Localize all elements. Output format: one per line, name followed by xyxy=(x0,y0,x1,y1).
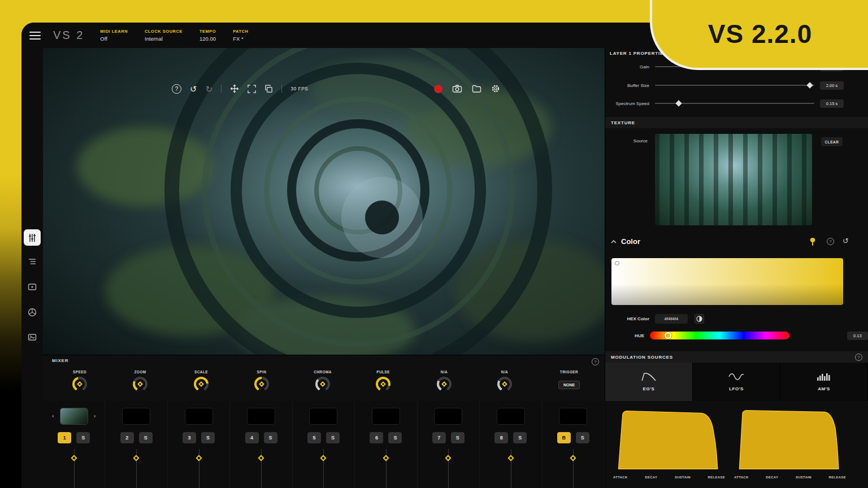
channel-select-button[interactable]: 7 xyxy=(432,432,446,443)
channel-thumbnail[interactable] xyxy=(122,408,150,425)
scale-knob[interactable] xyxy=(194,377,209,391)
na-knob[interactable] xyxy=(497,377,512,391)
channel-solo-button[interactable]: S xyxy=(326,432,340,443)
tempo-control[interactable]: TEMPO 120.00 xyxy=(199,29,216,42)
channel-fader[interactable] xyxy=(70,449,78,488)
hue-value[interactable]: 0.13 xyxy=(847,332,868,340)
sidebar-item-layers[interactable] xyxy=(27,256,37,267)
channel-solo-button[interactable]: S xyxy=(264,432,277,443)
pulse-knob[interactable] xyxy=(376,377,390,391)
settings-gear-icon[interactable] xyxy=(491,84,500,93)
channel-fader[interactable] xyxy=(444,449,452,488)
hue-thumb[interactable] xyxy=(665,332,671,339)
fader-handle[interactable] xyxy=(383,455,389,461)
channel-thumbnail[interactable] xyxy=(185,408,213,425)
picker-marker[interactable] xyxy=(615,261,619,265)
color-help-icon[interactable]: ? xyxy=(827,238,834,245)
undo-icon[interactable]: ↺ xyxy=(190,85,197,93)
channel-select-button[interactable]: 1 xyxy=(58,432,71,443)
hex-color-input[interactable] xyxy=(655,314,688,324)
fader-handle[interactable] xyxy=(507,455,514,461)
record-button[interactable] xyxy=(434,85,442,93)
texture-source-thumbnail[interactable] xyxy=(655,134,812,225)
channel-fader[interactable] xyxy=(195,449,203,488)
mixer-help-icon[interactable]: ? xyxy=(592,358,599,365)
folder-icon[interactable] xyxy=(472,85,481,93)
channel-solo-button[interactable]: S xyxy=(576,432,589,443)
channel-solo-button[interactable]: S xyxy=(76,432,90,443)
channel-select-button[interactable]: 3 xyxy=(183,432,196,443)
clock-source-control[interactable]: CLOCK SOURCE Internal xyxy=(145,29,183,42)
channel-fader[interactable] xyxy=(569,449,577,488)
fader-handle[interactable] xyxy=(71,455,77,461)
channel-fader[interactable] xyxy=(382,449,390,488)
channel-solo-button[interactable]: S xyxy=(513,432,527,443)
trigger-none-button[interactable]: NONE xyxy=(558,381,580,389)
channel-thumbnail[interactable] xyxy=(309,408,337,425)
channel-select-button[interactable]: 4 xyxy=(245,432,259,443)
channel-thumbnail[interactable] xyxy=(247,408,275,425)
channel-solo-button[interactable]: S xyxy=(388,432,402,443)
visual-canvas[interactable]: ? ↺ ↻ 30 FPS xyxy=(43,48,605,355)
na-knob[interactable] xyxy=(437,377,452,391)
sidebar-item-color[interactable] xyxy=(27,307,37,317)
channel-select-button[interactable]: 2 xyxy=(120,432,134,443)
menu-icon[interactable] xyxy=(29,32,41,40)
tab-egs[interactable]: EG'S xyxy=(605,363,693,401)
slider-thumb[interactable] xyxy=(676,100,682,106)
help-icon[interactable]: ? xyxy=(172,84,181,94)
channel-solo-button[interactable]: S xyxy=(451,432,465,443)
channel-fader[interactable] xyxy=(507,449,515,488)
channel-solo-button[interactable]: S xyxy=(139,432,153,443)
slider-thumb[interactable] xyxy=(806,82,813,88)
fader-handle[interactable] xyxy=(445,455,452,461)
fader-handle[interactable] xyxy=(570,455,576,461)
adsr-envelope[interactable] xyxy=(613,408,726,471)
saturation-brightness-picker[interactable] xyxy=(611,258,843,305)
buffer-size-value[interactable]: 2.00 s xyxy=(820,81,844,90)
spectrum-speed-slider[interactable] xyxy=(655,103,814,104)
fader-handle[interactable] xyxy=(320,455,327,461)
spin-knob[interactable] xyxy=(254,377,269,391)
zoom-knob[interactable] xyxy=(133,377,147,391)
color-reset-icon[interactable]: ↺ xyxy=(843,237,849,245)
chevron-up-icon[interactable] xyxy=(611,240,617,243)
chroma-knob[interactable] xyxy=(315,377,330,391)
channel-fader[interactable] xyxy=(319,449,327,488)
hue-slider[interactable] xyxy=(650,332,789,339)
sidebar-item-image[interactable] xyxy=(27,332,37,342)
next-clip-icon[interactable]: › xyxy=(94,412,96,419)
sidebar-item-media[interactable] xyxy=(27,282,37,292)
fader-handle[interactable] xyxy=(258,455,264,461)
speed-knob[interactable] xyxy=(72,377,87,391)
fullscreen-icon[interactable] xyxy=(248,85,256,93)
fader-handle[interactable] xyxy=(133,455,139,461)
buffer-size-slider[interactable] xyxy=(655,85,814,86)
fader-handle[interactable] xyxy=(196,455,202,461)
spectrum-speed-value[interactable]: 0.15 s xyxy=(820,99,844,108)
sidebar-item-mixer[interactable] xyxy=(24,229,41,246)
channel-solo-button[interactable]: S xyxy=(201,432,215,443)
midi-learn-control[interactable]: MIDI LEARN Off xyxy=(100,29,128,42)
tab-ams[interactable]: AM'S xyxy=(780,363,868,401)
channel-fader[interactable] xyxy=(132,449,140,488)
channel-select-button[interactable]: 6 xyxy=(370,432,383,443)
patch-control[interactable]: PATCH FX * xyxy=(233,29,248,42)
channel-thumbnail[interactable] xyxy=(372,408,400,425)
texture-clear-button[interactable]: CLEAR xyxy=(821,137,843,146)
channel-thumbnail[interactable] xyxy=(60,408,88,425)
modulation-help-icon[interactable]: ? xyxy=(855,354,862,361)
channel-select-button[interactable]: B xyxy=(557,432,571,443)
pan-icon[interactable] xyxy=(230,84,239,93)
channel-select-button[interactable]: 5 xyxy=(307,432,321,443)
tab-lfos[interactable]: LFO'S xyxy=(693,363,780,401)
camera-icon[interactable] xyxy=(452,84,462,93)
adsr-envelope[interactable] xyxy=(734,408,847,471)
prev-clip-icon[interactable]: ‹ xyxy=(52,412,54,419)
channel-thumbnail[interactable] xyxy=(559,408,587,425)
redo-icon[interactable]: ↻ xyxy=(206,85,213,93)
channel-fader[interactable] xyxy=(257,449,265,488)
channel-thumbnail[interactable] xyxy=(497,408,525,425)
channel-thumbnail[interactable] xyxy=(434,408,462,425)
eyedropper-button[interactable] xyxy=(695,314,704,324)
